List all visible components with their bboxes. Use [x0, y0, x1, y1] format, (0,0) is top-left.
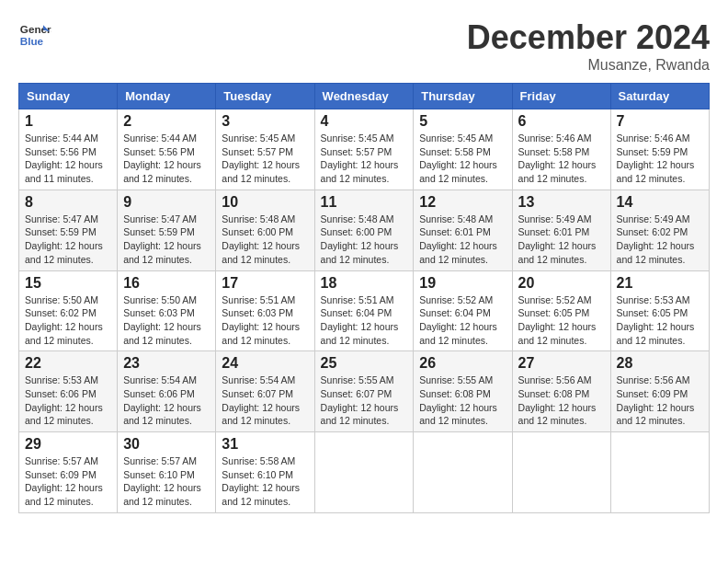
day-detail: Sunrise: 5:55 AMSunset: 6:07 PMDaylight:…: [321, 374, 399, 426]
day-detail: Sunrise: 5:51 AMSunset: 6:04 PMDaylight:…: [321, 294, 399, 346]
day-number: 18: [321, 275, 408, 292]
day-number: 1: [25, 113, 111, 130]
day-number: 24: [222, 355, 308, 372]
month-title: December 2024: [467, 18, 710, 57]
weekday-header-row: SundayMondayTuesdayWednesdayThursdayFrid…: [19, 84, 710, 109]
day-detail: Sunrise: 5:49 AMSunset: 6:02 PMDaylight:…: [617, 213, 695, 265]
day-detail: Sunrise: 5:49 AMSunset: 6:01 PMDaylight:…: [518, 213, 597, 265]
day-number: 16: [123, 275, 210, 292]
calendar-cell: 27 Sunrise: 5:56 AMSunset: 6:08 PMDaylig…: [512, 351, 610, 432]
page-header: General Blue December 2024 Musanze, Rwan…: [18, 18, 710, 74]
day-detail: Sunrise: 5:46 AMSunset: 5:58 PMDaylight:…: [518, 132, 597, 184]
day-detail: Sunrise: 5:48 AMSunset: 6:01 PMDaylight:…: [419, 213, 497, 265]
calendar-cell: 13 Sunrise: 5:49 AMSunset: 6:01 PMDaylig…: [512, 190, 610, 270]
calendar-cell: 26 Sunrise: 5:55 AMSunset: 6:08 PMDaylig…: [414, 351, 512, 432]
day-detail: Sunrise: 5:54 AMSunset: 6:06 PMDaylight:…: [123, 374, 201, 426]
day-number: 8: [25, 194, 111, 211]
calendar-cell: 29 Sunrise: 5:57 AMSunset: 6:09 PMDaylig…: [19, 432, 118, 513]
day-number: 30: [123, 436, 210, 453]
calendar-cell: 25 Sunrise: 5:55 AMSunset: 6:07 PMDaylig…: [314, 351, 414, 432]
calendar-cell: 7 Sunrise: 5:46 AMSunset: 5:59 PMDayligh…: [610, 109, 709, 190]
calendar-cell: 4 Sunrise: 5:45 AMSunset: 5:57 PMDayligh…: [314, 109, 414, 190]
day-number: 25: [321, 355, 408, 372]
day-number: 22: [25, 355, 111, 372]
day-number: 11: [321, 194, 408, 211]
calendar-week-row: 22 Sunrise: 5:53 AMSunset: 6:06 PMDaylig…: [19, 351, 710, 432]
calendar-cell: 9 Sunrise: 5:47 AMSunset: 5:59 PMDayligh…: [118, 190, 216, 270]
day-detail: Sunrise: 5:56 AMSunset: 6:08 PMDaylight:…: [518, 374, 597, 426]
day-detail: Sunrise: 5:46 AMSunset: 5:59 PMDaylight:…: [617, 132, 695, 184]
calendar-cell: 8 Sunrise: 5:47 AMSunset: 5:59 PMDayligh…: [19, 190, 118, 270]
day-detail: Sunrise: 5:52 AMSunset: 6:05 PMDaylight:…: [518, 294, 597, 346]
day-number: 7: [617, 113, 703, 130]
day-detail: Sunrise: 5:45 AMSunset: 5:57 PMDaylight:…: [321, 132, 399, 184]
day-number: 31: [222, 436, 308, 453]
calendar-week-row: 8 Sunrise: 5:47 AMSunset: 5:59 PMDayligh…: [19, 190, 710, 270]
weekday-header-wednesday: Wednesday: [314, 84, 414, 109]
day-number: 9: [123, 194, 210, 211]
calendar-cell: 10 Sunrise: 5:48 AMSunset: 6:00 PMDaylig…: [216, 190, 314, 270]
calendar-week-row: 15 Sunrise: 5:50 AMSunset: 6:02 PMDaylig…: [19, 270, 710, 351]
calendar-cell: 31 Sunrise: 5:58 AMSunset: 6:10 PMDaylig…: [216, 432, 314, 513]
day-number: 15: [25, 275, 111, 292]
day-detail: Sunrise: 5:50 AMSunset: 6:03 PMDaylight:…: [123, 294, 201, 346]
day-detail: Sunrise: 5:57 AMSunset: 6:10 PMDaylight:…: [123, 455, 201, 507]
calendar-cell: 30 Sunrise: 5:57 AMSunset: 6:10 PMDaylig…: [118, 432, 216, 513]
calendar-cell: 28 Sunrise: 5:56 AMSunset: 6:09 PMDaylig…: [610, 351, 709, 432]
day-detail: Sunrise: 5:58 AMSunset: 6:10 PMDaylight:…: [222, 455, 300, 507]
day-number: 10: [222, 194, 308, 211]
calendar-cell: 22 Sunrise: 5:53 AMSunset: 6:06 PMDaylig…: [19, 351, 118, 432]
day-number: 20: [518, 275, 605, 292]
svg-text:Blue: Blue: [20, 35, 44, 47]
day-detail: Sunrise: 5:47 AMSunset: 5:59 PMDaylight:…: [123, 213, 201, 265]
calendar-cell: 6 Sunrise: 5:46 AMSunset: 5:58 PMDayligh…: [512, 109, 610, 190]
day-number: 14: [617, 194, 703, 211]
day-detail: Sunrise: 5:44 AMSunset: 5:56 PMDaylight:…: [25, 132, 103, 184]
calendar-cell: 14 Sunrise: 5:49 AMSunset: 6:02 PMDaylig…: [610, 190, 709, 270]
day-number: 2: [123, 113, 210, 130]
logo-icon: General Blue: [18, 18, 51, 52]
day-detail: Sunrise: 5:45 AMSunset: 5:58 PMDaylight:…: [419, 132, 497, 184]
day-number: 28: [617, 355, 703, 372]
day-detail: Sunrise: 5:48 AMSunset: 6:00 PMDaylight:…: [222, 213, 300, 265]
calendar-week-row: 29 Sunrise: 5:57 AMSunset: 6:09 PMDaylig…: [19, 432, 710, 513]
calendar-cell: 2 Sunrise: 5:44 AMSunset: 5:56 PMDayligh…: [118, 109, 216, 190]
calendar-cell: 17 Sunrise: 5:51 AMSunset: 6:03 PMDaylig…: [216, 270, 314, 351]
day-number: 26: [419, 355, 506, 372]
calendar-cell: 18 Sunrise: 5:51 AMSunset: 6:04 PMDaylig…: [314, 270, 414, 351]
weekday-header-monday: Monday: [118, 84, 216, 109]
day-detail: Sunrise: 5:47 AMSunset: 5:59 PMDaylight:…: [25, 213, 103, 265]
calendar-cell: 16 Sunrise: 5:50 AMSunset: 6:03 PMDaylig…: [118, 270, 216, 351]
day-detail: Sunrise: 5:57 AMSunset: 6:09 PMDaylight:…: [25, 455, 103, 507]
calendar-cell: 21 Sunrise: 5:53 AMSunset: 6:05 PMDaylig…: [610, 270, 709, 351]
day-detail: Sunrise: 5:53 AMSunset: 6:05 PMDaylight:…: [617, 294, 695, 346]
day-detail: Sunrise: 5:45 AMSunset: 5:57 PMDaylight:…: [222, 132, 300, 184]
day-number: 4: [321, 113, 408, 130]
day-number: 5: [419, 113, 506, 130]
title-block: December 2024 Musanze, Rwanda: [467, 18, 710, 74]
calendar-cell: 15 Sunrise: 5:50 AMSunset: 6:02 PMDaylig…: [19, 270, 118, 351]
day-number: 19: [419, 275, 506, 292]
day-number: 27: [518, 355, 605, 372]
weekday-header-saturday: Saturday: [610, 84, 709, 109]
weekday-header-thursday: Thursday: [414, 84, 512, 109]
day-detail: Sunrise: 5:54 AMSunset: 6:07 PMDaylight:…: [222, 374, 300, 426]
day-detail: Sunrise: 5:48 AMSunset: 6:00 PMDaylight:…: [321, 213, 399, 265]
weekday-header-tuesday: Tuesday: [216, 84, 314, 109]
calendar-cell: 24 Sunrise: 5:54 AMSunset: 6:07 PMDaylig…: [216, 351, 314, 432]
day-detail: Sunrise: 5:55 AMSunset: 6:08 PMDaylight:…: [419, 374, 497, 426]
day-number: 29: [25, 436, 111, 453]
weekday-header-sunday: Sunday: [19, 84, 118, 109]
calendar-cell: [512, 432, 610, 513]
logo: General Blue: [18, 18, 51, 52]
day-number: 12: [419, 194, 506, 211]
calendar-cell: 12 Sunrise: 5:48 AMSunset: 6:01 PMDaylig…: [414, 190, 512, 270]
calendar-cell: [610, 432, 709, 513]
calendar-cell: 11 Sunrise: 5:48 AMSunset: 6:00 PMDaylig…: [314, 190, 414, 270]
calendar-cell: 20 Sunrise: 5:52 AMSunset: 6:05 PMDaylig…: [512, 270, 610, 351]
calendar-cell: [314, 432, 414, 513]
weekday-header-friday: Friday: [512, 84, 610, 109]
day-detail: Sunrise: 5:50 AMSunset: 6:02 PMDaylight:…: [25, 294, 103, 346]
day-detail: Sunrise: 5:44 AMSunset: 5:56 PMDaylight:…: [123, 132, 201, 184]
day-number: 6: [518, 113, 605, 130]
